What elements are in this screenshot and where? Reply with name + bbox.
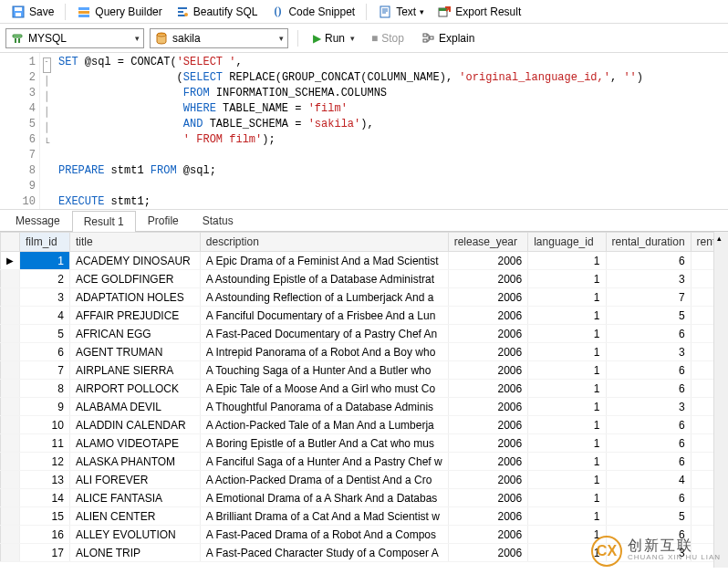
table-row[interactable]: 4AFFAIR PREJUDICEA Fanciful Documentary … xyxy=(1,307,728,325)
col-film-id[interactable]: film_id xyxy=(20,233,70,252)
cell-description[interactable]: A Action-Packed Tale of a Man And a Lumb… xyxy=(200,416,448,434)
export-result-button[interactable]: Export Result xyxy=(432,3,526,21)
query-builder-button[interactable]: Query Builder xyxy=(71,3,167,21)
cell-title[interactable]: ALADDIN CALENDAR xyxy=(69,416,200,434)
cell-rental-duration[interactable]: 4 xyxy=(606,471,691,489)
cell-release-year[interactable]: 2006 xyxy=(448,526,528,544)
cell-film-id[interactable]: 6 xyxy=(20,343,70,361)
stop-button[interactable]: ■ Stop xyxy=(366,30,410,47)
cell-rental-duration[interactable]: 3 xyxy=(606,398,691,416)
col-language-id[interactable]: language_id xyxy=(528,233,606,252)
cell-release-year[interactable]: 2006 xyxy=(448,471,528,489)
schema-combo[interactable]: sakila ▾ xyxy=(150,28,288,48)
cell-description[interactable]: A Fast-Paced Drama of a Robot And a Comp… xyxy=(200,526,448,544)
cell-description[interactable]: A Touching Saga of a Hunter And a Butler… xyxy=(200,361,448,380)
cell-title[interactable]: AIRPLANE SIERRA xyxy=(69,361,200,380)
db-type-combo[interactable]: MYSQL ▾ xyxy=(5,28,144,48)
cell-description[interactable]: A Astounding Epistle of a Database Admin… xyxy=(200,270,448,288)
cell-language-id[interactable]: 1 xyxy=(528,416,606,434)
cell-film-id[interactable]: 1 xyxy=(20,252,70,270)
cell-description[interactable]: A Thoughtful Panorama of a Database Admi… xyxy=(200,398,448,416)
cell-title[interactable]: ACE GOLDFINGER xyxy=(69,270,200,288)
cell-title[interactable]: AFRICAN EGG xyxy=(69,325,200,343)
cell-release-year[interactable]: 2006 xyxy=(448,270,528,288)
cell-release-year[interactable]: 2006 xyxy=(448,398,528,416)
table-row[interactable]: 7AIRPLANE SIERRAA Touching Saga of a Hun… xyxy=(1,361,728,380)
table-row[interactable]: 11ALAMO VIDEOTAPEA Boring Epistle of a B… xyxy=(1,434,728,453)
cell-film-id[interactable]: 10 xyxy=(20,416,70,434)
cell-title[interactable]: ALI FOREVER xyxy=(69,471,200,489)
cell-language-id[interactable]: 1 xyxy=(528,325,606,343)
cell-release-year[interactable]: 2006 xyxy=(448,252,528,270)
cell-film-id[interactable]: 11 xyxy=(20,434,70,453)
cell-release-year[interactable]: 2006 xyxy=(448,544,528,562)
cell-description[interactable]: A Astounding Reflection of a Lumberjack … xyxy=(200,288,448,307)
cell-description[interactable]: A Emotional Drama of a A Shark And a Dat… xyxy=(200,489,448,507)
cell-description[interactable]: A Fanciful Documentary of a Frisbee And … xyxy=(200,307,448,325)
cell-rental-duration[interactable]: 3 xyxy=(606,270,691,288)
cell-release-year[interactable]: 2006 xyxy=(448,325,528,343)
table-row[interactable]: 8AIRPORT POLLOCKA Epic Tale of a Moose A… xyxy=(1,380,728,398)
cell-title[interactable]: ALAMO VIDEOTAPE xyxy=(69,434,200,453)
cell-release-year[interactable]: 2006 xyxy=(448,288,528,307)
cell-title[interactable]: ACADEMY DINOSAUR xyxy=(69,252,200,270)
cell-film-id[interactable]: 2 xyxy=(20,270,70,288)
cell-language-id[interactable]: 1 xyxy=(528,489,606,507)
cell-description[interactable]: A Fast-Paced Documentary of a Pastry Che… xyxy=(200,325,448,343)
cell-description[interactable]: A Boring Epistle of a Butler And a Cat w… xyxy=(200,434,448,453)
cell-rental-duration[interactable]: 7 xyxy=(606,288,691,307)
cell-language-id[interactable]: 1 xyxy=(528,252,606,270)
cell-film-id[interactable]: 5 xyxy=(20,325,70,343)
cell-film-id[interactable]: 14 xyxy=(20,489,70,507)
cell-title[interactable]: ALLEY EVOLUTION xyxy=(69,526,200,544)
cell-title[interactable]: AFFAIR PREJUDICE xyxy=(69,307,200,325)
cell-title[interactable]: AIRPORT POLLOCK xyxy=(69,380,200,398)
cell-description[interactable]: A Fast-Paced Character Study of a Compos… xyxy=(200,544,448,562)
cell-language-id[interactable]: 1 xyxy=(528,270,606,288)
table-row[interactable]: 14ALICE FANTASIAA Emotional Drama of a A… xyxy=(1,489,728,507)
cell-release-year[interactable]: 2006 xyxy=(448,453,528,471)
cell-language-id[interactable]: 1 xyxy=(528,380,606,398)
cell-release-year[interactable]: 2006 xyxy=(448,489,528,507)
cell-title[interactable]: ALICE FANTASIA xyxy=(69,489,200,507)
cell-title[interactable]: ALASKA PHANTOM xyxy=(69,453,200,471)
tab-status[interactable]: Status xyxy=(191,210,245,231)
cell-rental-duration[interactable]: 6 xyxy=(606,325,691,343)
cell-film-id[interactable]: 8 xyxy=(20,380,70,398)
table-row[interactable]: 10ALADDIN CALENDARA Action-Packed Tale o… xyxy=(1,416,728,434)
tab-message[interactable]: Message xyxy=(4,210,72,231)
cell-rental-duration[interactable]: 6 xyxy=(606,252,691,270)
table-row[interactable]: 2ACE GOLDFINGERA Astounding Epistle of a… xyxy=(1,270,728,288)
cell-title[interactable]: ALIEN CENTER xyxy=(69,507,200,526)
cell-language-id[interactable]: 1 xyxy=(528,471,606,489)
cell-title[interactable]: ALABAMA DEVIL xyxy=(69,398,200,416)
cell-rental-duration[interactable]: 6 xyxy=(606,489,691,507)
table-row[interactable]: 5AFRICAN EGGA Fast-Paced Documentary of … xyxy=(1,325,728,343)
cell-release-year[interactable]: 2006 xyxy=(448,507,528,526)
cell-description[interactable]: A Brilliant Drama of a Cat And a Mad Sci… xyxy=(200,507,448,526)
text-button[interactable]: Text ▾ xyxy=(372,3,430,21)
cell-release-year[interactable]: 2006 xyxy=(448,416,528,434)
cell-title[interactable]: ADAPTATION HOLES xyxy=(69,288,200,307)
cell-film-id[interactable]: 7 xyxy=(20,361,70,380)
explain-button[interactable]: Explain xyxy=(415,29,480,47)
table-row[interactable]: 9ALABAMA DEVILA Thoughtful Panorama of a… xyxy=(1,398,728,416)
cell-film-id[interactable]: 9 xyxy=(20,398,70,416)
table-row[interactable]: 6AGENT TRUMANA Intrepid Panorama of a Ro… xyxy=(1,343,728,361)
cell-language-id[interactable]: 1 xyxy=(528,453,606,471)
cell-rental-duration[interactable]: 6 xyxy=(606,453,691,471)
cell-film-id[interactable]: 12 xyxy=(20,453,70,471)
table-row[interactable]: 13ALI FOREVERA Action-Packed Drama of a … xyxy=(1,471,728,489)
result-grid[interactable]: film_id title description release_year l… xyxy=(0,232,728,562)
cell-film-id[interactable]: 17 xyxy=(20,544,70,562)
cell-language-id[interactable]: 1 xyxy=(528,343,606,361)
table-row[interactable]: 12ALASKA PHANTOMA Fanciful Saga of a Hun… xyxy=(1,453,728,471)
cell-description[interactable]: A Epic Tale of a Moose And a Girl who mu… xyxy=(200,380,448,398)
tab-result1[interactable]: Result 1 xyxy=(72,211,136,232)
cell-film-id[interactable]: 13 xyxy=(20,471,70,489)
cell-rental-duration[interactable]: 5 xyxy=(606,507,691,526)
cell-language-id[interactable]: 1 xyxy=(528,507,606,526)
cell-rental-duration[interactable]: 6 xyxy=(606,380,691,398)
cell-language-id[interactable]: 1 xyxy=(528,307,606,325)
cell-description[interactable]: A Intrepid Panorama of a Robot And a Boy… xyxy=(200,343,448,361)
